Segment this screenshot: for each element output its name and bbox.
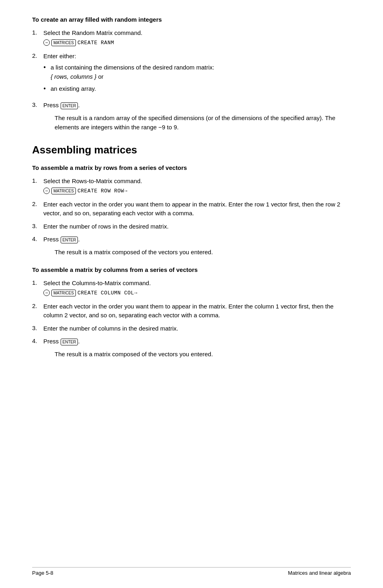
italic-text: { rows, columns } xyxy=(51,73,96,80)
step-number: 1. xyxy=(32,177,43,184)
bullet-list: • a list containing the dimensions of th… xyxy=(43,63,351,94)
step-number: 3. xyxy=(32,324,43,331)
enter-key-icon: ENTER xyxy=(61,237,78,243)
section-title-cols: To assemble a matrix by columns from a s… xyxy=(32,266,351,273)
command-text: CREATE RANM xyxy=(77,40,114,46)
step-content: Select the Rows-to-Matrix command. − MAT… xyxy=(43,177,351,196)
bullet-text: an existing array. xyxy=(51,84,96,94)
step-content: Enter each vector in the order you want … xyxy=(43,200,351,218)
minus-key-icon: − xyxy=(43,39,50,46)
section-random-array: To create an array filled with random in… xyxy=(32,16,351,132)
bullet-item: • an existing array. xyxy=(43,84,351,94)
command-text: CREATE ROW ROW→ xyxy=(77,188,128,194)
footer-page-number: Page 5-8 xyxy=(32,570,53,576)
bullet-dot: • xyxy=(43,63,51,72)
step-item: 2. Enter either: • a list containing the… xyxy=(32,52,351,97)
section-assemble-rows: To assemble a matrix by rows from a seri… xyxy=(32,164,351,257)
step-content: Enter the number of columns in the desir… xyxy=(43,324,351,333)
section-title-random-array: To create an array filled with random in… xyxy=(32,16,351,23)
step-number: 3. xyxy=(32,101,43,108)
command-line: − MATRICES CREATE ROW ROW→ xyxy=(43,188,351,194)
matrices-key-icon: MATRICES xyxy=(51,290,76,296)
paragraph-text: The result is a random array of the spec… xyxy=(55,113,351,132)
matrices-key-icon: MATRICES xyxy=(51,39,76,46)
paragraph-text: The result is a matrix composed of the v… xyxy=(55,247,351,257)
step-text: Enter each vector in the order you want … xyxy=(43,200,351,218)
step-content: Select the Columns-to-Matrix command. − … xyxy=(43,279,351,298)
step-list-cols: 1. Select the Columns-to-Matrix command.… xyxy=(32,279,351,359)
command-line: − MATRICES CREATE COLUMN COL→ xyxy=(43,290,351,296)
step-number: 2. xyxy=(32,302,43,309)
step-item: 1. Select the Random Matrix command. − M… xyxy=(32,29,351,48)
step-content: Enter the number of rows in the desired … xyxy=(43,222,351,231)
bullet-item: • a list containing the dimensions of th… xyxy=(43,63,351,81)
section-title-rows: To assemble a matrix by rows from a seri… xyxy=(32,164,351,171)
enter-key-icon: ENTER xyxy=(61,102,78,109)
bullet-text: a list containing the dimensions of the … xyxy=(51,63,214,81)
step-list-rows: 1. Select the Rows-to-Matrix command. − … xyxy=(32,177,351,257)
step-content: Press ENTER. The result is a matrix comp… xyxy=(43,235,351,257)
step-text: Press ENTER. xyxy=(43,235,351,244)
step-number: 4. xyxy=(32,337,43,344)
step-text: Enter each vector in the order you want … xyxy=(43,302,351,320)
page: To create an array filled with random in… xyxy=(0,0,383,588)
step-number: 2. xyxy=(32,200,43,207)
step-item: 2. Enter each vector in the order you wa… xyxy=(32,302,351,320)
step-text: Enter either: xyxy=(43,52,351,61)
step-number: 1. xyxy=(32,279,43,286)
paragraph-text: The result is a matrix composed of the v… xyxy=(55,349,351,359)
minus-key-icon: − xyxy=(43,188,50,194)
step-list-random: 1. Select the Random Matrix command. − M… xyxy=(32,29,351,132)
step-item: 2. Enter each vector in the order you wa… xyxy=(32,200,351,218)
step-content: Press ENTER. The result is a matrix comp… xyxy=(43,337,351,359)
step-item: 3. Press ENTER. The result is a random a… xyxy=(32,101,351,132)
footer-chapter-title: Matrices and linear algebra xyxy=(288,570,351,576)
major-heading-assembling: Assembling matrices xyxy=(32,144,351,156)
bullet-dot: • xyxy=(43,84,51,94)
step-number: 1. xyxy=(32,29,43,36)
footer: Page 5-8 Matrices and linear algebra xyxy=(32,567,351,576)
step-content: Select the Random Matrix command. − MATR… xyxy=(43,29,351,48)
step-text: Press ENTER. xyxy=(43,337,351,346)
step-content: Press ENTER. The result is a random arra… xyxy=(43,101,351,132)
step-number: 3. xyxy=(32,222,43,229)
step-number: 2. xyxy=(32,52,43,59)
step-content: Enter each vector in the order you want … xyxy=(43,302,351,320)
step-item: 1. Select the Columns-to-Matrix command.… xyxy=(32,279,351,298)
enter-key-icon: ENTER xyxy=(61,339,78,345)
step-item: 3. Enter the number of columns in the de… xyxy=(32,324,351,333)
minus-key-icon: − xyxy=(43,290,50,296)
section-assemble-cols: To assemble a matrix by columns from a s… xyxy=(32,266,351,359)
step-text: Select the Random Matrix command. xyxy=(43,29,351,38)
step-text: Press ENTER. xyxy=(43,101,351,110)
command-line: − MATRICES CREATE RANM xyxy=(43,39,351,46)
step-content: Enter either: • a list containing the di… xyxy=(43,52,351,97)
step-text: Enter the number of rows in the desired … xyxy=(43,222,351,231)
matrices-key-icon: MATRICES xyxy=(51,188,76,194)
step-item: 1. Select the Rows-to-Matrix command. − … xyxy=(32,177,351,196)
step-number: 4. xyxy=(32,235,43,242)
step-item: 4. Press ENTER. The result is a matrix c… xyxy=(32,337,351,359)
step-text: Enter the number of columns in the desir… xyxy=(43,324,351,333)
step-item: 4. Press ENTER. The result is a matrix c… xyxy=(32,235,351,257)
step-text: Select the Rows-to-Matrix command. xyxy=(43,177,351,186)
command-text: CREATE COLUMN COL→ xyxy=(77,290,137,296)
step-item: 3. Enter the number of rows in the desir… xyxy=(32,222,351,231)
step-text: Select the Columns-to-Matrix command. xyxy=(43,279,351,288)
